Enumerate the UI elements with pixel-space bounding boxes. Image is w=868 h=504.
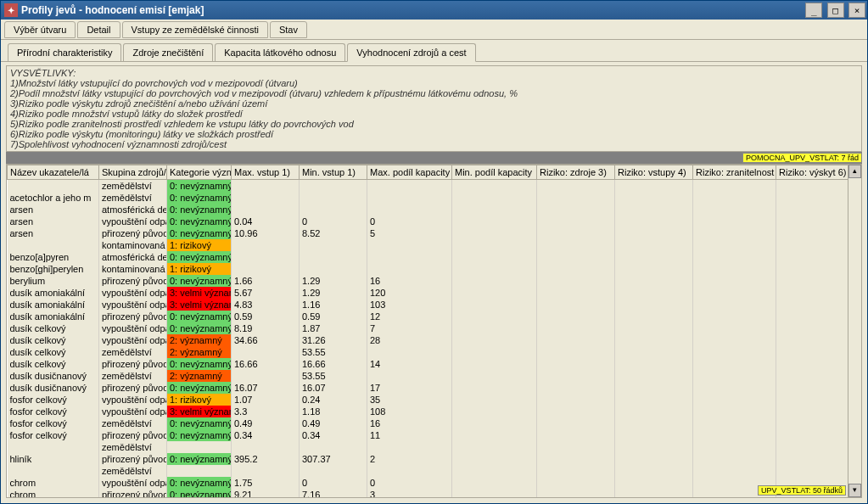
cell-name: chrom bbox=[8, 489, 99, 498]
cell-r5 bbox=[693, 346, 776, 358]
cell-r6 bbox=[776, 370, 854, 382]
tab-3[interactable]: Vyhodnocení zdrojů a cest bbox=[347, 43, 475, 62]
col-header-4[interactable]: Min. vstup 1) bbox=[300, 165, 367, 180]
cell-minp bbox=[452, 334, 537, 346]
table-row[interactable]: dusík celkovýzemědělství2: významný53.55 bbox=[8, 346, 863, 358]
col-header-1[interactable]: Skupina zdrojů/ce bbox=[99, 165, 167, 180]
scroll-track[interactable] bbox=[848, 178, 861, 484]
maximize-button[interactable]: □ bbox=[827, 3, 844, 18]
menu-v-b-r-tvaru[interactable]: Výběr útvaru bbox=[4, 21, 76, 38]
minimize-button[interactable]: _ bbox=[805, 3, 822, 18]
cell-name: arsen bbox=[8, 227, 99, 239]
cell-r6 bbox=[776, 204, 854, 216]
cell-minp bbox=[452, 204, 537, 216]
tab-1[interactable]: Zdroje znečištění bbox=[123, 43, 213, 61]
close-button[interactable]: × bbox=[848, 3, 865, 18]
cell-r3 bbox=[537, 180, 615, 193]
col-header-7[interactable]: Riziko: zdroje 3) bbox=[537, 165, 615, 180]
cell-max: 0.49 bbox=[232, 417, 300, 429]
cell-r5 bbox=[693, 417, 776, 429]
table-row[interactable]: arsenatmosférická depo0: nevýznamný bbox=[8, 204, 863, 216]
col-header-10[interactable]: Riziko: výskyt 6) bbox=[776, 165, 854, 180]
table-row[interactable]: dusík celkovývypouštění odpadi2: významn… bbox=[8, 334, 863, 346]
cell-r3 bbox=[537, 429, 615, 441]
table-row[interactable]: fosfor celkovýzemědělství0: nevýznamný0.… bbox=[8, 417, 863, 429]
cell-r4 bbox=[615, 334, 693, 346]
table-row[interactable]: fosfor celkovývypouštění odpadi3: velmi … bbox=[8, 406, 863, 417]
menu-detail[interactable]: Detail bbox=[77, 21, 120, 38]
table-row[interactable]: beryliumpřirozený původ0: nevýznamný1.66… bbox=[8, 275, 863, 287]
tab-0[interactable]: Přírodní charakteristiky bbox=[8, 43, 121, 61]
cell-minp bbox=[452, 322, 537, 334]
cell-cat: 0: nevýznamný bbox=[167, 382, 232, 394]
data-table[interactable]: Název ukazatele/láSkupina zdrojů/ceKateg… bbox=[7, 165, 862, 498]
cell-cat: 1: rizikový bbox=[167, 239, 232, 251]
table-row[interactable]: dusík dusičnanovýzemědělství2: významný5… bbox=[8, 370, 863, 382]
cell-r5 bbox=[693, 441, 776, 453]
cell-r4 bbox=[615, 382, 693, 394]
cell-max bbox=[232, 180, 300, 193]
table-row[interactable]: dusík celkovýpřirozený původ0: nevýznamn… bbox=[8, 358, 863, 370]
table-row[interactable]: acetochlor a jeho mzemědělství0: nevýzna… bbox=[8, 192, 863, 204]
cell-maxp bbox=[367, 192, 452, 204]
col-header-0[interactable]: Název ukazatele/lá bbox=[8, 165, 99, 180]
cell-maxp: 0 bbox=[367, 477, 452, 489]
table-row[interactable]: chromvypouštění odpadi0: nevýznamný1.750… bbox=[8, 477, 863, 489]
cell-maxp: 16 bbox=[367, 417, 452, 429]
col-header-3[interactable]: Max. vstup 1) bbox=[232, 165, 300, 180]
scroll-up-button[interactable]: ▴ bbox=[848, 165, 861, 178]
table-row[interactable]: dusík amoniakálnívypouštění odpadi3: vel… bbox=[8, 299, 863, 311]
table-row[interactable]: dusík celkovývypouštění odpadi0: nevýzna… bbox=[8, 322, 863, 334]
cell-cat: 0: nevýznamný bbox=[167, 358, 232, 370]
cell-minp bbox=[452, 239, 537, 251]
table-row[interactable]: arsenpřirozený původ0: nevýznamný10.968.… bbox=[8, 227, 863, 239]
cell-cat bbox=[167, 441, 232, 453]
table-row[interactable]: kontaminovaná mí1: rizikový bbox=[8, 239, 863, 251]
cell-maxp bbox=[367, 370, 452, 382]
tab-2[interactable]: Kapacita látkového odnosu bbox=[215, 43, 345, 61]
table-row[interactable]: fosfor celkovýpřirozený původ0: nevýznam… bbox=[8, 429, 863, 441]
col-header-8[interactable]: Riziko: vstupy 4) bbox=[615, 165, 693, 180]
table-row[interactable]: chrompřirozený původ0: nevýznamný9.217.1… bbox=[8, 489, 863, 498]
cell-min: 1.29 bbox=[300, 287, 367, 299]
cell-name: dusík celkový bbox=[8, 358, 99, 370]
col-header-2[interactable]: Kategorie význami bbox=[167, 165, 232, 180]
table-row[interactable]: benzo[ghi]perylenkontaminovaná mí1: rizi… bbox=[8, 263, 863, 275]
cell-group: vypouštění odpadi bbox=[99, 322, 167, 334]
table-row[interactable]: fosfor celkovývypouštění odpadi1: riziko… bbox=[8, 394, 863, 406]
menu-vstupy-ze-zem-d-lsk-innosti[interactable]: Vstupy ze zemědělské činnosti bbox=[122, 21, 268, 38]
scroll-down-button[interactable]: ▾ bbox=[848, 484, 861, 497]
table-row[interactable]: zemědělství0: nevýznamnýM bbox=[8, 180, 863, 193]
table-row[interactable]: dusík amoniakálnívypouštění odpadi3: vel… bbox=[8, 287, 863, 299]
cell-r6 bbox=[776, 180, 854, 193]
cell-min: 1.18 bbox=[300, 406, 367, 417]
table-row[interactable]: dusík dusičnanovýpřirozený původ0: nevýz… bbox=[8, 382, 863, 394]
cell-r5 bbox=[693, 263, 776, 275]
col-header-9[interactable]: Riziko: zranitelnost bbox=[693, 165, 776, 180]
cell-r4 bbox=[615, 299, 693, 311]
cell-minp bbox=[452, 192, 537, 204]
cell-cat: 2: významný bbox=[167, 346, 232, 358]
cell-r6 bbox=[776, 441, 854, 453]
table-row[interactable]: zemědělství bbox=[8, 465, 863, 477]
table-row[interactable]: arsenvypouštění odpadi0: nevýznamný0.040… bbox=[8, 216, 863, 227]
cell-cat: 2: významný bbox=[167, 334, 232, 346]
cell-r6 bbox=[776, 334, 854, 346]
cell-r6 bbox=[776, 263, 854, 275]
cell-max: 16.66 bbox=[232, 358, 300, 370]
table-row[interactable]: hliníkpřirozený původ0: nevýznamný395.23… bbox=[8, 453, 863, 465]
cell-r4 bbox=[615, 239, 693, 251]
menu-stav[interactable]: Stav bbox=[270, 21, 307, 38]
cell-minp bbox=[452, 358, 537, 370]
col-header-5[interactable]: Max. podíl kapacity bbox=[367, 165, 452, 180]
table-row[interactable]: zemědělstvíL bbox=[8, 441, 863, 453]
table-row[interactable]: dusík amoniakálnípřirozený původ0: nevýz… bbox=[8, 311, 863, 322]
cell-name bbox=[8, 441, 99, 453]
col-header-6[interactable]: Min. podíl kapacity bbox=[452, 165, 537, 180]
table-row[interactable]: benzo[a]pyrenatmosférická depo0: nevýzna… bbox=[8, 251, 863, 263]
cell-maxp: 7 bbox=[367, 322, 452, 334]
vertical-scrollbar[interactable]: ▴ ▾ bbox=[848, 165, 861, 497]
cell-group: přirozený původ bbox=[99, 227, 167, 239]
cell-cat: 1: rizikový bbox=[167, 263, 232, 275]
cell-r3 bbox=[537, 275, 615, 287]
